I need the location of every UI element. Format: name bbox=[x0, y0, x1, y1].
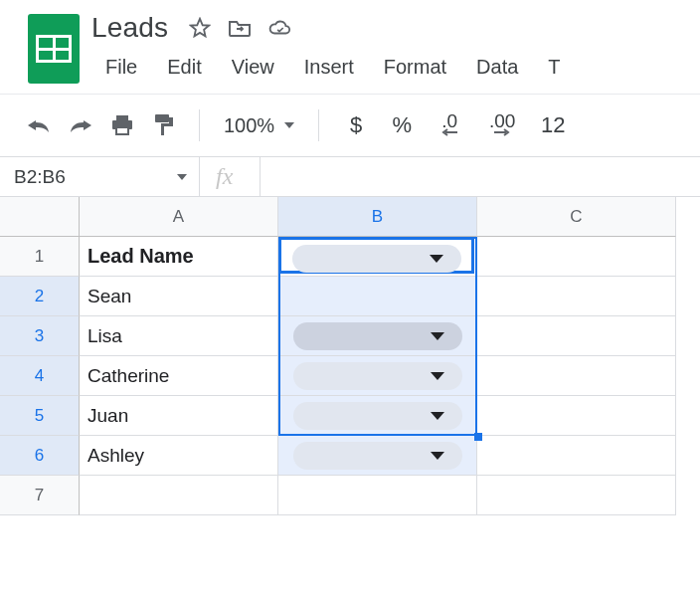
cell-A1[interactable]: Lead Name bbox=[80, 237, 278, 277]
app-header: Leads File Edit View Insert Format Data … bbox=[0, 0, 700, 84]
toolbar-separator bbox=[199, 109, 200, 141]
formula-input[interactable] bbox=[260, 157, 700, 196]
cell-C7[interactable] bbox=[477, 476, 676, 515]
row-head-3[interactable]: 3 bbox=[0, 316, 80, 356]
spreadsheet-grid[interactable]: A B C 1 Lead Name Location 2 Sean 3 Lisa… bbox=[0, 197, 700, 515]
cell-B5[interactable] bbox=[278, 396, 477, 436]
col-head-b[interactable]: B bbox=[278, 197, 477, 237]
chevron-down-icon bbox=[431, 412, 444, 420]
star-icon[interactable] bbox=[188, 16, 212, 40]
cell-A2[interactable]: Sean bbox=[80, 277, 278, 316]
zoom-dropdown[interactable]: 100% bbox=[218, 114, 300, 137]
formula-bar-row: B2:B6 fx bbox=[0, 157, 700, 197]
fx-label: fx bbox=[200, 163, 260, 190]
row-head-1[interactable]: 1 bbox=[0, 237, 80, 277]
cell-B3[interactable] bbox=[278, 316, 477, 356]
cell-A5[interactable]: Juan bbox=[80, 396, 278, 436]
chevron-down-icon bbox=[431, 332, 444, 340]
font-size-value[interactable]: 12 bbox=[534, 112, 572, 138]
menu-edit[interactable]: Edit bbox=[153, 52, 215, 83]
chevron-down-icon bbox=[177, 174, 187, 180]
cell-C1[interactable] bbox=[477, 237, 676, 277]
svg-rect-3 bbox=[116, 127, 128, 134]
row-head-7[interactable]: 7 bbox=[0, 476, 80, 515]
decrease-decimal-button[interactable]: .0 bbox=[429, 108, 470, 142]
menu-view[interactable]: View bbox=[218, 52, 288, 83]
sheets-logo-grid bbox=[36, 35, 72, 63]
move-icon[interactable] bbox=[228, 16, 252, 40]
col-head-a[interactable]: A bbox=[80, 197, 278, 237]
menu-data[interactable]: Data bbox=[462, 52, 532, 83]
cell-B2[interactable] bbox=[278, 277, 477, 316]
cell-C3[interactable] bbox=[477, 316, 676, 356]
redo-button[interactable] bbox=[64, 108, 97, 142]
document-title[interactable]: Leads bbox=[91, 12, 168, 44]
print-button[interactable] bbox=[105, 108, 139, 142]
cell-B6[interactable] bbox=[278, 436, 477, 476]
menu-file[interactable]: File bbox=[91, 52, 151, 83]
cell-C6[interactable] bbox=[477, 436, 676, 476]
undo-button[interactable] bbox=[22, 108, 56, 142]
dropdown-chip[interactable] bbox=[293, 402, 462, 430]
select-all-corner[interactable] bbox=[0, 197, 80, 237]
menu-format[interactable]: Format bbox=[370, 52, 460, 83]
currency-format-button[interactable]: $ bbox=[337, 112, 375, 138]
name-box-value: B2:B6 bbox=[14, 166, 66, 188]
row-head-2[interactable]: 2 bbox=[0, 277, 80, 316]
chevron-down-icon bbox=[431, 372, 444, 380]
increase-decimal-button[interactable]: .00 bbox=[478, 108, 526, 142]
cell-A3[interactable]: Lisa bbox=[80, 316, 278, 356]
dropdown-chip[interactable] bbox=[293, 442, 462, 470]
cloud-icon[interactable] bbox=[267, 16, 291, 40]
toolbar: 100% $ % .0 .00 12 bbox=[0, 95, 700, 156]
cell-B7[interactable] bbox=[278, 476, 477, 515]
paint-format-button[interactable] bbox=[147, 108, 181, 142]
menu-more[interactable]: T bbox=[534, 52, 574, 83]
chevron-down-icon bbox=[431, 452, 444, 460]
name-box[interactable]: B2:B6 bbox=[0, 157, 199, 196]
cell-B4[interactable] bbox=[278, 356, 477, 396]
cell-A4[interactable]: Catherine bbox=[80, 356, 278, 396]
svg-rect-1 bbox=[116, 115, 128, 120]
cell-A7[interactable] bbox=[80, 476, 278, 515]
menu-insert[interactable]: Insert bbox=[290, 52, 368, 83]
svg-rect-4 bbox=[155, 114, 169, 122]
chevron-down-icon bbox=[284, 122, 294, 128]
dropdown-chip[interactable] bbox=[293, 362, 462, 390]
dropdown-chip[interactable] bbox=[293, 322, 462, 350]
col-head-c[interactable]: C bbox=[477, 197, 676, 237]
row-head-4[interactable]: 4 bbox=[0, 356, 80, 396]
sheets-logo[interactable] bbox=[28, 14, 80, 84]
cell-A6[interactable]: Ashley bbox=[80, 436, 278, 476]
cell-C5[interactable] bbox=[477, 396, 676, 436]
svg-marker-0 bbox=[191, 19, 209, 36]
cell-B1[interactable]: Location bbox=[278, 237, 477, 277]
zoom-value: 100% bbox=[224, 114, 274, 137]
fill-handle[interactable] bbox=[474, 433, 482, 441]
cell-C4[interactable] bbox=[477, 356, 676, 396]
toolbar-separator bbox=[318, 109, 319, 141]
cell-C2[interactable] bbox=[477, 277, 676, 316]
percent-format-button[interactable]: % bbox=[383, 112, 421, 138]
row-head-6[interactable]: 6 bbox=[0, 436, 80, 476]
menu-bar: File Edit View Insert Format Data T bbox=[91, 52, 575, 83]
row-head-5[interactable]: 5 bbox=[0, 396, 80, 436]
